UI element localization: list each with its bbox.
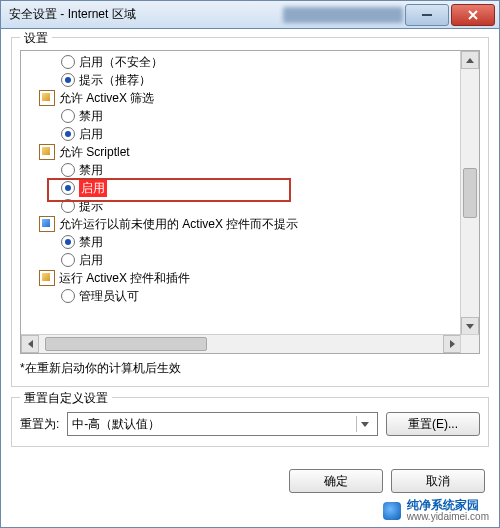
reset-button[interactable]: 重置(E)... <box>386 412 480 436</box>
radio-disable[interactable]: 禁用 <box>21 233 461 251</box>
option-label: 提示（推荐） <box>79 71 151 89</box>
scroll-thumb[interactable] <box>463 168 477 218</box>
watermark: 纯净系统家园 www.yidaimei.com <box>383 499 489 523</box>
chevron-up-icon <box>466 58 474 63</box>
radio-icon <box>61 55 75 69</box>
titlebar-blur <box>283 7 403 23</box>
button-label: 取消 <box>426 473 450 490</box>
window-title: 安全设置 - Internet 区域 <box>9 6 277 23</box>
option-label: 启用 <box>79 251 103 269</box>
reset-group-label: 重置自定义设置 <box>20 390 112 407</box>
minimize-icon <box>422 14 432 16</box>
close-icon <box>468 10 478 20</box>
radio-icon <box>61 199 75 213</box>
category-label: 允许运行以前未使用的 ActiveX 控件而不提示 <box>59 215 298 233</box>
category-label: 允许 Scriptlet <box>59 143 130 161</box>
reset-level-dropdown[interactable]: 中-高（默认值） <box>67 412 378 436</box>
category-activex-filter: 允许 ActiveX 筛选 <box>21 89 461 107</box>
dialog-buttons: 确定 取消 <box>289 469 485 493</box>
category-run-activex-plugins: 运行 ActiveX 控件和插件 <box>21 269 461 287</box>
settings-tree[interactable]: 启用（不安全） 提示（推荐） 允许 ActiveX 筛选 禁用 启用 允许 Sc… <box>20 50 480 354</box>
radio-admin-approved[interactable]: 管理员认可 <box>21 287 461 305</box>
category-icon <box>39 144 55 160</box>
option-label: 启用 <box>79 179 107 197</box>
radio-icon <box>61 181 75 195</box>
scroll-up-button[interactable] <box>461 51 479 69</box>
option-label: 禁用 <box>79 107 103 125</box>
chevron-left-icon <box>28 340 33 348</box>
watermark-url: www.yidaimei.com <box>407 511 489 523</box>
scroll-right-button[interactable] <box>443 335 461 353</box>
scroll-left-button[interactable] <box>21 335 39 353</box>
scrollbar-corner <box>460 334 479 353</box>
scroll-track[interactable] <box>39 335 443 353</box>
radio-enable-unsafe[interactable]: 启用（不安全） <box>21 53 461 71</box>
chevron-down-icon <box>466 324 474 329</box>
dropdown-value: 中-高（默认值） <box>72 416 160 433</box>
reset-to-label: 重置为: <box>20 416 59 433</box>
settings-group: 设置 启用（不安全） 提示（推荐） 允许 ActiveX 筛选 禁用 启用 允许… <box>11 37 489 387</box>
category-run-unused-activex: 允许运行以前未使用的 ActiveX 控件而不提示 <box>21 215 461 233</box>
close-button[interactable] <box>451 4 495 26</box>
option-label: 禁用 <box>79 161 103 179</box>
minimize-button[interactable] <box>405 4 449 26</box>
radio-prompt[interactable]: 提示 <box>21 197 461 215</box>
category-scriptlet: 允许 Scriptlet <box>21 143 461 161</box>
scroll-down-button[interactable] <box>461 317 479 335</box>
category-icon <box>39 270 55 286</box>
security-settings-dialog: 安全设置 - Internet 区域 设置 启用（不安全） 提示（推荐） 允许 … <box>0 0 500 528</box>
radio-disable[interactable]: 禁用 <box>21 161 461 179</box>
cancel-button[interactable]: 取消 <box>391 469 485 493</box>
option-label: 启用（不安全） <box>79 53 163 71</box>
radio-disable[interactable]: 禁用 <box>21 107 461 125</box>
button-label: 重置(E)... <box>408 416 458 433</box>
restart-note: *在重新启动你的计算机后生效 <box>20 360 480 377</box>
category-label: 允许 ActiveX 筛选 <box>59 89 154 107</box>
vertical-scrollbar[interactable] <box>460 51 479 335</box>
radio-icon <box>61 127 75 141</box>
option-label: 管理员认可 <box>79 287 139 305</box>
category-label: 运行 ActiveX 控件和插件 <box>59 269 190 287</box>
scroll-thumb[interactable] <box>45 337 207 351</box>
category-icon <box>39 90 55 106</box>
button-label: 确定 <box>324 473 348 490</box>
chevron-down-icon <box>356 416 373 432</box>
horizontal-scrollbar[interactable] <box>21 334 461 353</box>
radio-icon <box>61 73 75 87</box>
settings-group-label: 设置 <box>20 30 52 47</box>
radio-enable-selected[interactable]: 启用 <box>21 179 461 197</box>
radio-enable[interactable]: 启用 <box>21 125 461 143</box>
watermark-logo-icon <box>383 502 401 520</box>
category-icon <box>39 216 55 232</box>
watermark-name: 纯净系统家园 <box>407 499 489 511</box>
option-label: 提示 <box>79 197 103 215</box>
radio-enable[interactable]: 启用 <box>21 251 461 269</box>
option-label: 禁用 <box>79 233 103 251</box>
chevron-right-icon <box>450 340 455 348</box>
tree-viewport: 启用（不安全） 提示（推荐） 允许 ActiveX 筛选 禁用 启用 允许 Sc… <box>21 51 461 335</box>
ok-button[interactable]: 确定 <box>289 469 383 493</box>
option-label: 启用 <box>79 125 103 143</box>
radio-icon <box>61 235 75 249</box>
radio-icon <box>61 289 75 303</box>
scroll-track[interactable] <box>461 69 479 317</box>
radio-icon <box>61 163 75 177</box>
dialog-body: 设置 启用（不安全） 提示（推荐） 允许 ActiveX 筛选 禁用 启用 允许… <box>1 29 499 527</box>
radio-icon <box>61 109 75 123</box>
radio-prompt-recommended[interactable]: 提示（推荐） <box>21 71 461 89</box>
titlebar: 安全设置 - Internet 区域 <box>1 1 499 29</box>
reset-group: 重置自定义设置 重置为: 中-高（默认值） 重置(E)... <box>11 397 489 447</box>
radio-icon <box>61 253 75 267</box>
